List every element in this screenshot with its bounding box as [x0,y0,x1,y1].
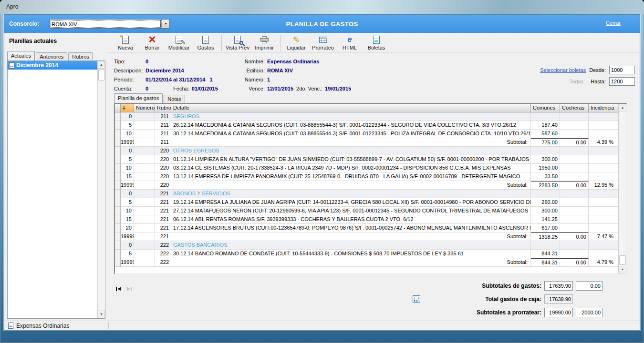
hasta-label: Hasta: [591,79,606,84]
tab-anteriores[interactable]: Anteriores [36,52,67,61]
cell-cocheras [560,198,589,207]
segundo-venc-value: 19/01/2015 [325,86,351,91]
modificar-button[interactable]: ✎ Modificar [166,33,192,52]
calculator-icon[interactable] [413,295,420,303]
sidebar-scrollbar[interactable]: ▲ ▼ [97,61,105,318]
fecha-label: Fecha: [173,86,189,91]
column-header-detalle[interactable]: Detalle [171,104,531,112]
tab-rubros[interactable]: Rubros [68,52,93,61]
chevron-down-icon[interactable]: ▼ [161,20,169,28]
table-row[interactable]: 0222GASTOS BANCARIOS [115,241,626,250]
tab-planilla-de-gastos[interactable]: Planilla de gastos [114,93,163,103]
periodo-label: Período: [114,77,145,82]
sidebar: Planillas actuales Actuales Anteriores R… [4,33,108,321]
cell-comunes: 187.40 [531,121,560,130]
cell-numero [134,258,155,267]
subtotales-gastos-cocheras: 0.00 [576,281,602,291]
list-item-diciembre-2014[interactable]: Diciembre 2014 [8,61,97,70]
window-titlebar[interactable]: Apro [0,0,644,14]
table-row[interactable]: 0220OTROS EGRESOS [115,147,626,155]
table-row[interactable]: 0211SEGUROS [115,112,626,121]
row-indicator [115,172,121,181]
row-indicator [115,198,121,207]
table-row[interactable]: 522001.12.14 LIMPIEZA EN ALTURA "VERTIGO… [115,155,626,164]
scroll-down-icon[interactable]: ▼ [98,311,105,318]
cell-cocheras: 0.00 [560,258,589,267]
cell-detalle: 26.12.14 MACEDONIA & CATANIA SEGUROS (CU… [171,121,531,130]
status-bar: Expensas Ordinarias [4,321,640,330]
table-row[interactable]: 19999211Subtotal:775.000.004.39 % [115,138,626,147]
cell-cocheras [560,147,589,155]
cell-comunes [531,147,560,155]
html-button[interactable]: e HTML [336,33,363,52]
button-label: Imprimir [255,45,274,50]
scroll-up-icon[interactable]: ▲ [98,61,105,69]
cell-comunes: 1318.25 [531,232,560,241]
cell-incidencia: 7.47 % [589,232,618,241]
imprimir-button[interactable]: Imprimir [251,33,278,52]
table-row[interactable]: 1022127.12.14 MATAFUEGOS NERON (CUIT: 20… [115,207,626,215]
close-link[interactable]: Cerrar [606,20,621,26]
scroll-up-icon[interactable]: ▲ [619,104,626,111]
first-record-icon[interactable]: ◀ [116,285,121,293]
table-row[interactable]: 1022003.12.14 GL SISTEMAS (CUIT: 20-1733… [115,164,626,172]
cell-numero [134,241,155,250]
total-gastos-caja-value: 17639.90 [544,294,573,304]
row-indicator [115,232,121,241]
gastos-button[interactable]: Gastos [192,33,219,52]
subtotales-gastos-label: Subtotales de gastos: [482,282,541,289]
table-row[interactable]: 522119.12.14 EMPRESA LA JULIANA DE JUAN … [115,198,626,207]
nueva-button[interactable]: * Nueva [112,33,139,52]
table-row[interactable]: 522230.12.14 BANCO ROMANO DE CONDATE (CU… [115,250,626,258]
column-header-cocheras[interactable]: Cocheras [560,104,589,112]
table-row[interactable]: 521126.12.14 MACEDONIA & CATANIA SEGUROS… [115,121,626,130]
seleccionar-boletas-link[interactable]: Seleccionar boletas [540,67,586,73]
table-row[interactable]: 19999220Subtotal:2283.500.0012.95 % [115,181,626,190]
scrollbar-thumb[interactable] [619,255,626,265]
button-label: Gastos [197,45,214,50]
scroll-down-icon[interactable]: ▼ [619,266,626,273]
column-header-numero[interactable]: Número [134,104,155,112]
consorcio-select[interactable]: ROMA XIV ▼ [50,19,170,29]
column-header-comunes[interactable]: Comunes [531,104,560,112]
edificio-label: Edificio: [244,68,267,73]
table-row[interactable]: 0221ABONOS Y SERVICIOS [115,190,626,198]
table-row[interactable]: 19999221Subtotal:1318.250.007.47 % [115,232,626,241]
grid-scrollbar[interactable]: ▲ ▼ [618,104,626,273]
window-content: Consorcio: ROMA XIV ▼ PLANILLA DE GASTOS… [4,14,640,331]
scrollbar-thumb[interactable] [98,69,104,81]
cell-incidencia [589,190,618,198]
desde-input[interactable]: 1000 [609,66,635,74]
column-header-num[interactable]: # [121,104,134,112]
hasta-input[interactable]: 1200 [609,77,635,86]
last-record-icon[interactable]: ▶ [127,285,132,293]
prorrateo-button[interactable]: Prorrateo [310,33,336,52]
column-header-rubro[interactable]: Rubro [155,104,171,112]
grid-tabs: Planilla de gastos Notas [114,93,640,103]
planilla-info: Tipo:0 Descripción:Diciembre 2014 Períod… [108,53,640,93]
borrar-button[interactable]: Borrar [139,33,166,52]
table-row[interactable]: 2022117.12.14 ASCENSORES BRUTUS (CUIT:00… [115,224,626,232]
table-row[interactable]: 1522013.12.14 EMPRESA DE LIMPIEZA PANORA… [115,172,626,181]
cell-cocheras [560,215,589,224]
cell-rubro: 220 [155,155,171,164]
tab-actuales[interactable]: Actuales [7,51,35,61]
boletas-button[interactable]: Boletas [363,33,390,52]
tab-notas[interactable]: Notas [164,95,185,103]
table-row[interactable]: 1021130.12.14 MACEDONIA & CATANIA SEGURO… [115,130,626,138]
row-indicator [115,181,121,190]
table-row[interactable]: 19999222Subtotal:844.310.004.79 % [115,258,626,267]
column-header-incidencia[interactable]: Incidencia [589,104,618,112]
cell-comunes: 300.00 [531,207,560,215]
edit-document-icon: ✎ [173,35,185,44]
cell-rubro: 211 [155,112,171,121]
liquidar-button[interactable]: ✎ Liquidar [283,33,310,52]
vista-prev-button[interactable]: Vista Prev [224,33,251,52]
table-row[interactable]: 1522106.12.14 ABL RENTAS ROMANAS S/F. 39… [115,215,626,224]
new-document-icon: * [120,35,131,44]
cell-number: 5 [121,121,134,130]
boletas-selector: Seleccionar boletas Desde: 1000 Todas Ha… [525,65,635,88]
planillas-list: Diciembre 2014 ▲ ▼ [7,61,105,319]
row-indicator [115,138,121,147]
row-indicator [115,112,121,121]
